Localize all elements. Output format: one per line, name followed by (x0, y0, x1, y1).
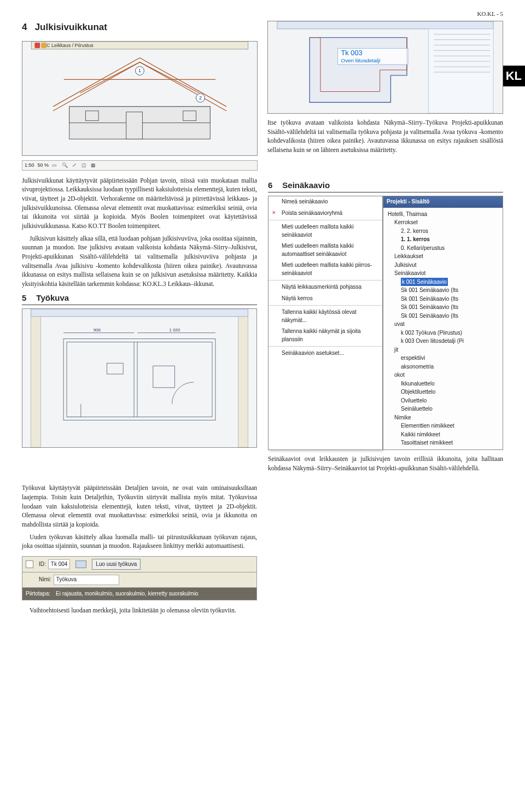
para-left-2: Julkisivun käsittely alkaa sillä, että l… (22, 234, 257, 289)
figure-detail-top-right: Tk 003 Oven liitosdetalji (267, 21, 503, 114)
bottom-left-para-2: Uuden työkuvan käsittely alkaa luomalla … (22, 533, 257, 551)
para-right-1: Itse työkuva avataan valikoista kohdasta… (267, 118, 503, 155)
context-menu-item[interactable]: Poista seinäkaavioryhmä (269, 208, 382, 219)
tree-item[interactable]: uvat (388, 320, 500, 329)
section-4-num: 4 (22, 22, 27, 32)
dialog-color-swatch[interactable] (75, 560, 86, 568)
figure-cross-section: C Leikkaus / Piirustus 1 2 (22, 41, 258, 156)
dialog-footer-label: Piirtotapa: (26, 590, 50, 598)
svg-rect-2 (41, 43, 46, 48)
tree-item[interactable]: 0. Kellari/perustus (388, 244, 500, 253)
tree-item[interactable]: Sk 001 Seinäkaavio (Its (388, 303, 500, 312)
tree-title: Projekti - Sisältö (383, 196, 503, 208)
svg-rect-10 (85, 110, 98, 120)
svg-text:1 020: 1 020 (170, 328, 180, 332)
tree-item[interactable]: Sk 001 Seinäkaavio (Its (388, 295, 500, 303)
tree-item[interactable]: 1. 1. kerros (388, 235, 500, 244)
tree-item[interactable]: jit (388, 346, 500, 354)
side-tab-kl: KL (503, 66, 525, 86)
section-6-heading: 6 Seinäkaavio (268, 179, 503, 193)
section-5-title: Työkuva (36, 292, 69, 304)
dialog-create-button[interactable]: Luo uusi työkuva (92, 559, 141, 570)
tree-item[interactable]: Leikkaukset (388, 252, 500, 261)
svg-rect-11 (183, 110, 196, 120)
dialog-name-label: Nimi: (39, 576, 51, 584)
section-5-num: 5 (22, 292, 26, 304)
context-menu-item[interactable]: Tallenna kaikki käytössä olevat näkymät.… (269, 307, 382, 326)
svg-text:908: 908 (94, 328, 101, 332)
tree-item[interactable]: erspektiivi (388, 354, 500, 363)
svg-rect-31 (67, 342, 212, 417)
section-5-heading: 5 Työkuva (22, 292, 257, 306)
zoom-value: 50 % (38, 162, 49, 169)
context-menu[interactable]: Nimeä seinäkaavioPoista seinäkaavioryhmä… (268, 196, 383, 450)
tree-item[interactable]: Tasoittaiset nimikkeet (388, 439, 500, 447)
svg-line-6 (140, 62, 200, 92)
dialog-id-input[interactable]: Tk 004 (48, 559, 71, 570)
section-6-num: 6 (268, 179, 272, 191)
context-menu-item[interactable]: Mieti uudelleen mallista kaikki automaat… (269, 241, 382, 260)
svg-rect-34 (107, 364, 123, 375)
svg-rect-35 (153, 366, 175, 388)
context-menu-item[interactable]: Näytä leikkausmerkintä pohjassa (269, 282, 382, 293)
tree-body[interactable]: Hotelli, ThaimaaKerrokset2. 2. kerros1. … (383, 208, 503, 449)
tree-item[interactable]: Objektiluettelo (388, 388, 500, 396)
tree-item[interactable]: Elementtien nimikkeet (388, 422, 500, 430)
section-4-title: Julkisivuikkunat (35, 22, 107, 32)
toolbar-icons: ▭ 🔍 ⤢ ◫ ▦ (52, 162, 97, 169)
svg-rect-17 (429, 29, 494, 113)
context-menu-item[interactable]: Nimeä seinäkaavio (269, 196, 382, 208)
para-left-1: Julkisivuikkunat käyttäytyvät pääpiirtei… (22, 176, 257, 231)
svg-rect-1 (34, 43, 40, 48)
svg-rect-29 (238, 317, 248, 447)
tree-item[interactable]: Ikkunaluettelo (388, 379, 500, 388)
bottom-left-para-1: Työkuvat käyttäytyvät pääpiirteissään De… (22, 483, 257, 529)
svg-text:2: 2 (199, 95, 202, 101)
bottom-last-para: Vaihtoehtoisesti luodaan merkkejä, joita… (22, 606, 257, 615)
svg-line-5 (80, 62, 140, 92)
svg-rect-16 (277, 21, 493, 29)
tree-item[interactable]: Kaikki nimikkeet (388, 430, 500, 439)
detail-label-sub: Oven liitosdetalji (341, 57, 380, 63)
tree-item[interactable]: Sk 001 Seinäkaavio (Its (388, 312, 500, 320)
section-6-title: Seinäkaavio (282, 179, 330, 191)
dialog-name-input[interactable]: Työkuva (54, 575, 119, 585)
figure-plan: 908 1 020 (22, 308, 257, 448)
svg-rect-28 (31, 317, 41, 447)
page-header: KO.KL - 5 (22, 10, 503, 19)
tree-item[interactable]: 2. 2. kerros (388, 227, 500, 236)
tree-item[interactable]: Nimike (388, 413, 500, 422)
svg-text:1: 1 (138, 68, 141, 73)
tree-item[interactable]: k 002 Työkuva (Piirustus) (388, 329, 500, 337)
svg-rect-9 (126, 112, 143, 139)
tree-item[interactable]: Oviluettelo (388, 396, 500, 405)
scale-toolbar: 1:50 50 % ▭ 🔍 ⤢ ◫ ▦ (22, 160, 258, 171)
detail-label-title: Tk 003 (341, 49, 362, 57)
context-menu-item[interactable]: Tallenna kaikki näkymät ja sijoita plans… (269, 326, 382, 345)
dialog-footer-value: Ei rajausta, monikulmio, suorakulmio, ki… (56, 590, 199, 598)
context-menu-item[interactable]: Näytä kerros (269, 293, 382, 305)
para-right-bottom: Seinäkaaviot ovat leikkausten ja julkisi… (268, 454, 503, 472)
context-menu-item[interactable]: Seinäkaavion asetukset... (269, 348, 382, 359)
tree-item[interactable]: Sk 001 Seinäkaavio (Its (388, 286, 500, 295)
tree-item[interactable]: Seinäkaaviot (388, 269, 500, 278)
context-menu-item[interactable]: Mieti uudelleen mallista kaikki seinäkaa… (269, 221, 382, 241)
tree-item[interactable]: k 003 Oven liitosdetalji (Pi (388, 337, 500, 346)
tree-item[interactable]: Kerrokset (388, 218, 500, 227)
tree-item[interactable]: okot (388, 371, 500, 379)
tree-item[interactable]: k 001 Seinäkaavio (388, 278, 500, 287)
tree-item[interactable]: aksonometria (388, 363, 500, 371)
dialog-id-label: ID: (39, 560, 46, 569)
dialog-icon (26, 560, 33, 568)
fig-titlebar-text: C Leikkaus / Piirustus (46, 42, 94, 48)
svg-rect-27 (31, 309, 248, 317)
svg-rect-30 (63, 339, 215, 420)
tree-item[interactable]: Hotelli, Thaimaa (388, 210, 500, 219)
tree-item[interactable]: Seinäluettelo (388, 405, 500, 413)
scale-value: 1:50 (25, 162, 34, 169)
context-menu-item[interactable]: Mieti uudelleen mallista kaikki piirros-… (269, 260, 382, 279)
project-tree-panel[interactable]: Projekti - Sisältö Hotelli, ThaimaaKerro… (383, 196, 503, 450)
tree-item[interactable]: Julkisivut (388, 261, 500, 270)
dialog-bar: ID: Tk 004 Luo uusi työkuva (22, 556, 257, 573)
section-4-heading: 4 Julkisivuikkunat (22, 21, 258, 34)
